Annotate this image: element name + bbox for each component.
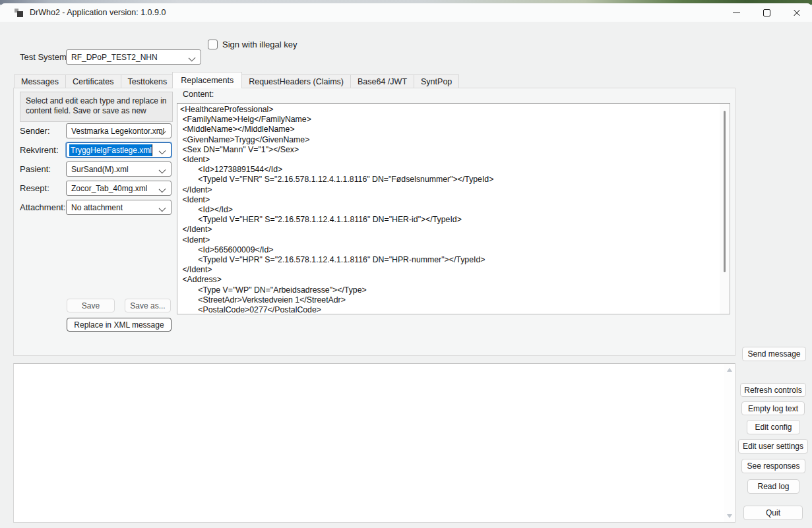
log-scrollbar[interactable] [724, 364, 735, 522]
sign-illegal-key-label: Sign with illegal key [222, 40, 297, 49]
attachment-label: Attachment: [20, 202, 65, 212]
minimize-button[interactable] [721, 3, 751, 22]
attachment-combobox[interactable]: No attachment [66, 200, 172, 215]
quit-button[interactable]: Quit [743, 506, 803, 520]
replace-in-xml-button[interactable]: Replace in XML message [67, 318, 172, 332]
content-textbox[interactable]: <HealthcareProfessional> <FamilyName>Hel… [177, 103, 730, 314]
save-as-button[interactable]: Save as... [125, 299, 171, 312]
resept-label: Resept: [20, 183, 49, 193]
test-system-combobox[interactable]: RF_DPoP_TEST2_NHN [66, 49, 201, 65]
chevron-down-icon [159, 205, 166, 212]
sender-label: Sender: [20, 126, 50, 136]
read-log-button[interactable]: Read log [747, 479, 799, 494]
see-responses-button[interactable]: See responses [741, 459, 805, 473]
sign-illegal-key-checkbox[interactable] [208, 40, 218, 49]
rekvirent-value: TryggHelgFastlege.xml [69, 144, 152, 156]
tab-certificates[interactable]: Certificates [65, 74, 121, 88]
tab-syntpop[interactable]: SyntPop [414, 74, 459, 88]
resept-value: Zocor_Tab_40mg.xml [67, 184, 147, 193]
rekvirent-combobox[interactable]: TryggHelgFastlege.xml [66, 142, 172, 158]
tab-replacements[interactable]: Replacements [172, 72, 242, 88]
content-label: Content: [183, 90, 214, 99]
sender-combobox[interactable]: Vestmarka Legekontor.xml [66, 123, 172, 138]
chevron-down-icon [159, 186, 166, 193]
content-scrollbar[interactable] [720, 103, 730, 314]
minimize-icon [733, 13, 740, 13]
tab-testtokens[interactable]: Testtokens [121, 74, 175, 88]
maximize-icon [763, 9, 770, 16]
sender-value: Vestmarka Legekontor.xml [67, 127, 164, 136]
attachment-value: No attachment [67, 203, 123, 212]
app-window: DrWho2 - Application version: 1.0.9.0 Si… [0, 3, 812, 528]
window-title: DrWho2 - Application version: 1.0.9.0 [30, 8, 166, 17]
edit-user-settings-button[interactable]: Edit user settings [738, 439, 808, 454]
app-icon [15, 9, 23, 17]
edit-config-button[interactable]: Edit config [747, 420, 800, 434]
pasient-value: SurSand(M).xml [67, 165, 129, 174]
tab-base64-jwt[interactable]: Base64 /JWT [350, 74, 414, 88]
instructions-box: Select and edit each type and replace in… [20, 92, 173, 122]
content-xml: <HealthcareProfessional> <FamilyName>Hel… [177, 103, 730, 314]
window-controls [721, 3, 812, 22]
send-message-button[interactable]: Send message [742, 347, 806, 361]
titlebar: DrWho2 - Application version: 1.0.9.0 [0, 3, 812, 22]
log-textbox[interactable] [13, 363, 735, 523]
content-scrollbar-thumb[interactable] [724, 111, 726, 272]
chevron-down-icon [159, 148, 166, 155]
tab-strip: Messages Certificates Testtokens Replace… [14, 74, 458, 88]
empty-log-text-button[interactable]: Empty log text [741, 401, 805, 415]
sign-illegal-key-row: Sign with illegal key [208, 40, 297, 49]
resept-combobox[interactable]: Zocor_Tab_40mg.xml [66, 181, 172, 196]
test-system-value: RF_DPoP_TEST2_NHN [67, 53, 158, 62]
close-icon [793, 9, 801, 16]
chevron-down-icon [189, 55, 196, 62]
tab-requestheaders[interactable]: RequestHeaders (Claims) [241, 74, 351, 88]
rekvirent-label: Rekvirent: [20, 145, 59, 155]
maximize-button[interactable] [751, 3, 782, 22]
chevron-down-icon [159, 167, 166, 174]
tab-messages[interactable]: Messages [14, 74, 66, 88]
refresh-controls-button[interactable]: Refresh controls [740, 383, 806, 397]
test-system-label: Test System [20, 52, 67, 62]
save-button[interactable]: Save [67, 299, 115, 312]
pasient-label: Pasient: [20, 164, 51, 174]
pasient-combobox[interactable]: SurSand(M).xml [66, 161, 172, 177]
scroll-down-icon[interactable] [727, 514, 732, 518]
close-button[interactable] [782, 3, 812, 22]
scroll-up-icon[interactable] [727, 368, 732, 372]
